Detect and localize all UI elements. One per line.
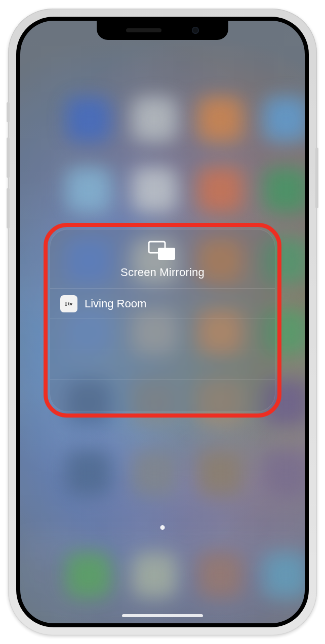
volume-up-button <box>7 137 10 178</box>
speaker-grille <box>126 28 161 32</box>
device-name: Living Room <box>85 297 146 310</box>
device-row-empty <box>50 318 275 349</box>
device-row-empty <box>50 349 275 379</box>
power-button <box>315 148 318 208</box>
notch <box>97 21 228 40</box>
page-indicator-dot <box>160 525 165 530</box>
front-camera <box>192 27 199 34</box>
screen-mirroring-panel: Screen Mirroring tv Living Room <box>50 229 275 412</box>
svg-rect-1 <box>158 248 175 260</box>
phone-bezel: Screen Mirroring tv Living Room <box>16 17 309 627</box>
device-row-living-room[interactable]: tv Living Room <box>50 288 275 318</box>
screen-mirroring-icon <box>148 241 177 261</box>
volume-down-button <box>7 188 10 228</box>
home-indicator[interactable] <box>122 614 203 617</box>
device-row-empty <box>50 379 275 409</box>
apple-tv-icon: tv <box>60 295 77 312</box>
phone-frame: Screen Mirroring tv Living Room <box>8 9 317 635</box>
mute-switch <box>7 102 10 122</box>
screen[interactable]: Screen Mirroring tv Living Room <box>20 21 305 623</box>
panel-title: Screen Mirroring <box>120 266 205 279</box>
